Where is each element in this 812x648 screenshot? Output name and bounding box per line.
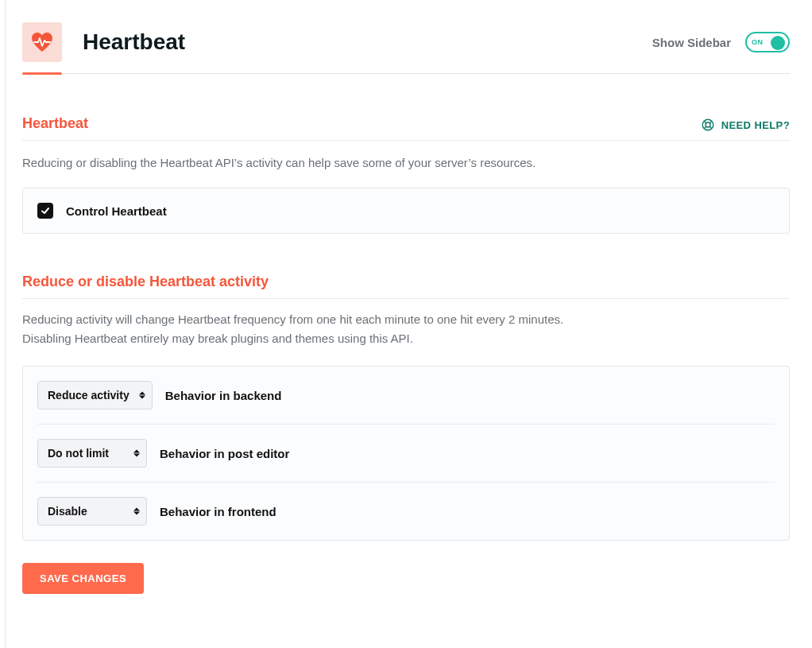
- behavior-post-editor-row: Do not limit Behavior in post editor: [37, 425, 775, 483]
- select-caret-icon: [133, 508, 140, 515]
- need-help-label: NEED HELP?: [721, 119, 790, 131]
- behavior-frontend-label: Behavior in frontend: [160, 505, 276, 518]
- lifebuoy-icon: [701, 118, 715, 132]
- active-tab-indicator: [22, 72, 62, 75]
- select-caret-icon: [133, 450, 140, 457]
- behavior-backend-label: Behavior in backend: [165, 389, 282, 402]
- save-changes-button[interactable]: SAVE CHANGES: [22, 563, 144, 594]
- behavior-post-editor-select[interactable]: Do not limit: [37, 439, 147, 468]
- svg-point-1: [706, 122, 710, 127]
- section-reduce-description: Reducing activity will change Heartbeat …: [22, 310, 790, 348]
- behavior-backend-row: Reduce activity Behavior in backend: [37, 367, 775, 425]
- svg-line-4: [704, 126, 706, 129]
- section-reduce-title: Reduce or disable Heartbeat activity: [22, 274, 790, 290]
- need-help-link[interactable]: NEED HELP?: [701, 118, 790, 132]
- show-sidebar-label: Show Sidebar: [652, 36, 731, 49]
- toggle-on-text: ON: [752, 38, 764, 46]
- svg-line-3: [710, 121, 712, 123]
- behavior-panel: Reduce activity Behavior in backend Do n…: [22, 366, 790, 541]
- behavior-post-editor-label: Behavior in post editor: [160, 447, 289, 460]
- page-title: Heartbeat: [83, 29, 185, 55]
- control-heartbeat-label: Control Heartbeat: [66, 204, 167, 218]
- header-separator: [22, 73, 790, 74]
- behavior-frontend-select[interactable]: Disable: [37, 497, 147, 526]
- behavior-backend-select[interactable]: Reduce activity: [37, 381, 153, 409]
- show-sidebar-toggle[interactable]: ON: [745, 32, 790, 52]
- control-heartbeat-panel: Control Heartbeat: [22, 188, 790, 234]
- section-heartbeat-title: Heartbeat: [22, 115, 88, 132]
- select-caret-icon: [139, 392, 145, 399]
- svg-line-5: [710, 126, 712, 129]
- section-heartbeat-description: Reducing or disabling the Heartbeat API’…: [22, 153, 790, 172]
- control-heartbeat-checkbox[interactable]: [37, 203, 53, 219]
- svg-line-2: [704, 121, 706, 123]
- behavior-frontend-row: Disable Behavior in frontend: [37, 483, 775, 540]
- heartbeat-icon: [22, 22, 62, 62]
- page-header: Heartbeat Show Sidebar ON: [22, 22, 790, 62]
